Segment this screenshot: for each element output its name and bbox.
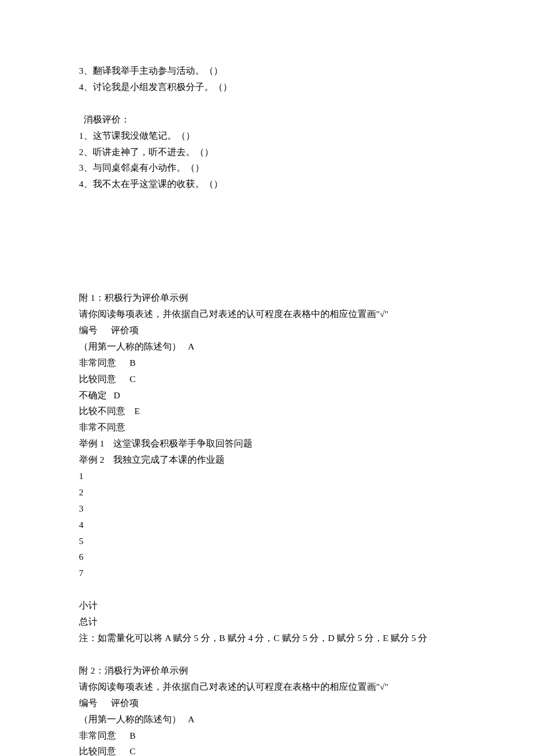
appendix1-number-3: 3 bbox=[79, 501, 455, 517]
top-item-3: 3、翻译我举手主动参与活动。（） bbox=[79, 63, 455, 79]
appendix1-option-e: 非常不同意 bbox=[79, 419, 455, 435]
appendix1-option-d: 比较不同意 E bbox=[79, 403, 455, 419]
appendix1-option-c: 不确定 D bbox=[79, 387, 455, 404]
appendix1-number-7: 7 bbox=[79, 565, 455, 581]
appendix1-footnote: 注：如需量化可以将 A 赋分 5 分，B 赋分 4 分，C 赋分 5 分，D 赋… bbox=[79, 630, 455, 646]
appendix2-note-statement: （用第一人称的陈述句） A bbox=[79, 711, 455, 728]
negative-item-2: 2、听讲走神了，听不进去。（） bbox=[79, 144, 455, 160]
appendix2-option-b: 比较同意 C bbox=[79, 743, 455, 756]
appendix1-title: 附 1：积极行为评价单示例 bbox=[79, 290, 455, 306]
appendix2-instruction: 请你阅读每项表述，并依据自己对表述的认可程度在表格中的相应位置画"√" bbox=[79, 679, 455, 695]
appendix1-example-1: 举例 1 这堂课我会积极举手争取回答问题 bbox=[79, 435, 455, 452]
appendix1-number-2: 2 bbox=[79, 484, 455, 501]
appendix2-title: 附 2：消极行为评价单示例 bbox=[79, 663, 455, 679]
negative-heading: 消极评价： bbox=[79, 111, 455, 128]
top-item-4: 4、讨论我是小组发言积极分子。（） bbox=[79, 79, 455, 95]
appendix2-header: 编号 评价项 bbox=[79, 695, 455, 711]
document-page: 3、翻译我举手主动参与活动。（） 4、讨论我是小组发言积极分子。（） 消极评价：… bbox=[0, 0, 534, 756]
appendix1-note-statement: （用第一人称的陈述句） A bbox=[79, 339, 455, 355]
appendix1-example-2: 举例 2 我独立完成了本课的作业题 bbox=[79, 452, 455, 468]
negative-item-4: 4、我不太在乎这堂课的收获。（） bbox=[79, 176, 455, 192]
appendix1-subtotal: 小计 bbox=[79, 597, 455, 614]
negative-item-1: 1、这节课我没做笔记。（） bbox=[79, 128, 455, 144]
appendix1-number-5: 5 bbox=[79, 533, 455, 549]
appendix1-header: 编号 评价项 bbox=[79, 322, 455, 339]
appendix1-number-6: 6 bbox=[79, 549, 455, 565]
appendix1-instruction: 请你阅读每项表述，并依据自己对表述的认可程度在表格中的相应位置画"√" bbox=[79, 306, 455, 322]
appendix1-option-b: 比较同意 C bbox=[79, 371, 455, 387]
appendix1-number-4: 4 bbox=[79, 517, 455, 533]
appendix1-total: 总计 bbox=[79, 614, 455, 630]
appendix1-number-1: 1 bbox=[79, 468, 455, 484]
negative-item-3: 3、与同桌邻桌有小动作。（） bbox=[79, 160, 455, 176]
appendix1-option-a: 非常同意 B bbox=[79, 355, 455, 371]
appendix2-option-a: 非常同意 B bbox=[79, 728, 455, 744]
